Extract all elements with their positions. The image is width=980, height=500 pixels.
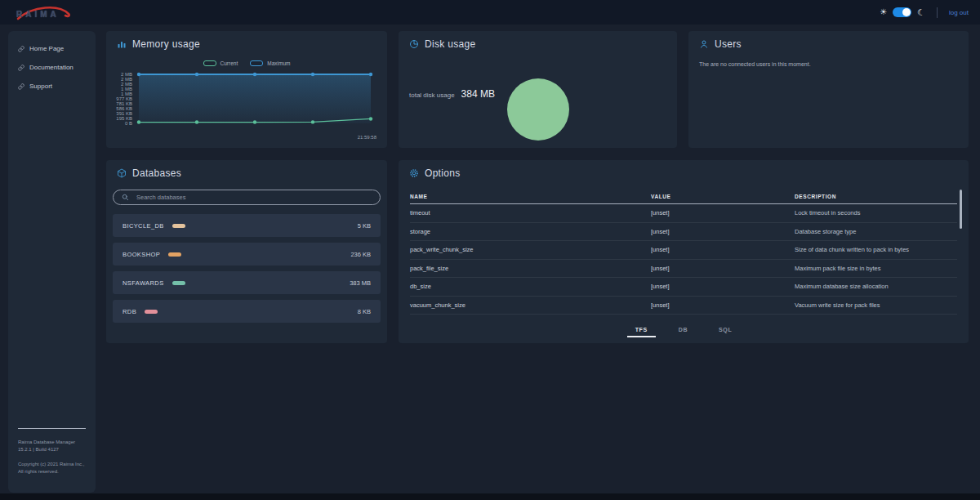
option-description: Database storage type bbox=[795, 228, 957, 235]
disk-total: total disk usage 384 MB bbox=[409, 88, 495, 100]
sun-icon: ☀ bbox=[880, 8, 887, 16]
option-value: [unset] bbox=[651, 246, 795, 253]
disk-total-label: total disk usage bbox=[409, 92, 455, 99]
option-row[interactable]: pack_file_size [unset] Maximum pack file… bbox=[410, 260, 957, 279]
legend-label: Maximum bbox=[267, 60, 290, 66]
link-icon bbox=[18, 65, 24, 71]
database-size: 8 KB bbox=[358, 308, 371, 315]
option-row[interactable]: db_size [unset] Maximum database size al… bbox=[410, 278, 957, 297]
top-controls: ☀ ☾ log out bbox=[880, 0, 969, 25]
database-color-bar bbox=[172, 224, 185, 228]
option-name: vacuum_chunk_size bbox=[410, 301, 651, 309]
scrollbar-thumb[interactable] bbox=[960, 190, 962, 229]
search-input[interactable] bbox=[136, 194, 372, 201]
option-name: db_size bbox=[410, 283, 651, 290]
database-row[interactable]: NSFAWARDS 383 MB bbox=[113, 271, 381, 294]
disk-card-title: Disk usage bbox=[425, 38, 475, 50]
y-tick-label: 0 B bbox=[114, 121, 132, 126]
option-name: pack_file_size bbox=[410, 265, 651, 272]
copyright-text: Copyright (c) 2021 Raima Inc., All right… bbox=[18, 461, 86, 475]
option-value: [unset] bbox=[651, 301, 795, 309]
options-table-body: timeout [unset] Lock timeout in seconds … bbox=[410, 204, 957, 315]
database-name: BOOKSHOP bbox=[122, 251, 160, 258]
memory-chart-legend: Current Maximum bbox=[106, 60, 387, 66]
database-color-bar bbox=[168, 252, 181, 257]
databases-card-title: Databases bbox=[132, 167, 181, 179]
options-card-header: Options bbox=[399, 160, 969, 179]
sidebar-nav-item[interactable]: Documentation bbox=[8, 58, 96, 77]
link-icon bbox=[18, 46, 24, 52]
database-row[interactable]: RDB 8 KB bbox=[113, 300, 381, 323]
option-description: Vacuum write size for pack files bbox=[795, 301, 957, 309]
sidebar-nav-label: Documentation bbox=[29, 64, 74, 71]
app-version-text: Raima Database Manager 15.2.1 | Build 41… bbox=[18, 439, 86, 453]
options-card: Options NAME VALUE DESCRIPTION timeout [… bbox=[399, 160, 969, 343]
users-empty-message: The are no connected users in this momen… bbox=[688, 50, 969, 67]
options-card-title: Options bbox=[425, 167, 460, 179]
users-card-title: Users bbox=[715, 38, 742, 50]
memory-line-chart bbox=[136, 72, 374, 126]
divider bbox=[937, 7, 938, 18]
users-card: Users The are no connected users in this… bbox=[688, 31, 969, 148]
legend-item[interactable]: Current bbox=[203, 60, 238, 66]
sidebar-nav-label: Home Page bbox=[29, 45, 64, 52]
memory-chart-y-axis: 2 MB2 MB2 MB1 MB1 MB977 KB781 KB586 KB39… bbox=[114, 72, 136, 126]
toggle-knob bbox=[902, 8, 911, 16]
options-tab[interactable]: DB bbox=[670, 324, 696, 337]
disk-usage-card: Disk usage total disk usage 384 MB bbox=[399, 31, 677, 148]
database-row[interactable]: BICYCLE_DB 5 KB bbox=[113, 214, 381, 237]
pie-chart-icon bbox=[409, 39, 419, 49]
logout-link[interactable]: log out bbox=[949, 9, 969, 16]
column-header-name: NAME bbox=[410, 194, 651, 199]
databases-card-header: Databases bbox=[106, 160, 387, 179]
theme-toggle[interactable] bbox=[893, 7, 911, 17]
option-description: Maximum pack file size in bytes bbox=[795, 265, 957, 272]
option-value: [unset] bbox=[651, 209, 795, 217]
database-color-bar bbox=[145, 310, 158, 314]
sidebar-nav-item[interactable]: Home Page bbox=[8, 39, 96, 58]
options-table: NAME VALUE DESCRIPTION timeout [unset] L… bbox=[410, 190, 957, 315]
databases-card: Databases BICYCLE_DB 5 KB BOOKSHOP 236 K… bbox=[106, 160, 387, 343]
disk-total-value: 384 MB bbox=[461, 88, 495, 100]
option-row[interactable]: vacuum_chunk_size [unset] Vacuum write s… bbox=[410, 297, 957, 315]
logo-text: RAIMA bbox=[16, 10, 60, 19]
column-header-value: VALUE bbox=[651, 194, 795, 199]
database-size: 383 MB bbox=[350, 279, 371, 287]
memory-card-header: Memory usage bbox=[106, 31, 387, 50]
memory-usage-card: Memory usage Current Maximum 2 MB2 MB2 M… bbox=[106, 31, 387, 148]
legend-swatch bbox=[203, 60, 216, 66]
database-name: RDB bbox=[122, 308, 136, 315]
disk-pie-chart[interactable] bbox=[507, 78, 569, 141]
users-card-header: Users bbox=[688, 31, 969, 50]
option-name: timeout bbox=[410, 209, 651, 217]
memory-chart-area: 2 MB2 MB2 MB1 MB1 MB977 KB781 KB586 KB39… bbox=[114, 72, 377, 126]
memory-card-title: Memory usage bbox=[132, 38, 200, 50]
column-header-description: DESCRIPTION bbox=[795, 194, 957, 199]
disk-card-header: Disk usage bbox=[399, 31, 677, 50]
database-size: 5 KB bbox=[358, 222, 371, 230]
sidebar-footer-divider bbox=[18, 428, 86, 429]
sidebar-nav-item[interactable]: Support bbox=[8, 77, 96, 96]
chart-time-label: 21:59:58 bbox=[358, 135, 376, 140]
options-tab[interactable]: SQL bbox=[710, 324, 740, 337]
option-name: storage bbox=[410, 228, 651, 235]
option-row[interactable]: timeout [unset] Lock timeout in seconds bbox=[410, 204, 957, 223]
database-search[interactable] bbox=[113, 190, 381, 205]
sidebar-nav: Home Page Documentation Support bbox=[8, 39, 96, 96]
top-bar: RAIMA ☀ ☾ log out bbox=[0, 0, 980, 25]
options-tab[interactable]: TFS bbox=[627, 324, 656, 337]
sidebar: Home Page Documentation Support Raima Da… bbox=[8, 31, 96, 493]
gear-icon bbox=[409, 168, 419, 178]
database-color-bar bbox=[172, 281, 185, 285]
database-size: 236 KB bbox=[350, 251, 371, 258]
options-scrollbar[interactable] bbox=[960, 190, 962, 319]
option-row[interactable]: pack_write_chunk_size [unset] Size of da… bbox=[410, 241, 957, 260]
cube-icon bbox=[117, 168, 127, 178]
link-icon bbox=[18, 83, 24, 90]
database-row[interactable]: BOOKSHOP 236 KB bbox=[113, 243, 381, 266]
option-row[interactable]: storage [unset] Database storage type bbox=[410, 223, 957, 242]
options-tabs: TFS DB SQL bbox=[399, 324, 969, 337]
legend-item[interactable]: Maximum bbox=[250, 60, 290, 66]
option-description: Maximum database size allocation bbox=[795, 283, 957, 290]
option-description: Lock timeout in seconds bbox=[795, 209, 957, 217]
